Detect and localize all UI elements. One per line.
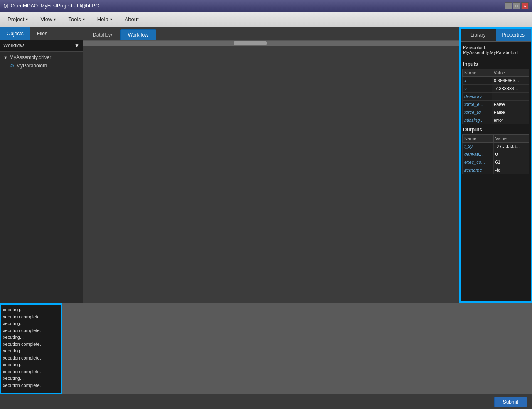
right-tab-library[interactable]: Library xyxy=(461,29,496,41)
maximize-button[interactable]: □ xyxy=(513,2,520,9)
console-line: xecution complete. xyxy=(3,327,59,334)
tree-expand-icon: ▼ xyxy=(3,55,8,60)
tree-item-paraboloid[interactable]: ⚙ MyParaboloid xyxy=(2,62,81,70)
inputs-table: Name Value x6.6666663...y-7.333333...dir… xyxy=(462,69,529,124)
submit-bar: Submit xyxy=(0,394,532,409)
tree-item-label: MyAssembly.driver xyxy=(10,54,51,60)
input-name-cell: missing... xyxy=(463,116,492,124)
output-name-cell: itername xyxy=(463,166,494,174)
output-row[interactable]: derivati...0 xyxy=(463,150,529,158)
menu-tools-label: Tools xyxy=(68,16,81,22)
outputs-col-value: Value xyxy=(493,135,529,143)
left-sidebar: Objects Files Workflow ▼ ▼ MyAssembly.dr… xyxy=(0,27,83,303)
workspace: Objects Files Workflow ▼ ▼ MyAssembly.dr… xyxy=(0,27,532,303)
right-panel-content: Paraboloid: MyAssembly.MyParaboloid Inpu… xyxy=(461,42,531,301)
outputs-table: Name Value f_xy-27.33333...derivati...0e… xyxy=(462,134,529,174)
input-value-cell[interactable] xyxy=(492,93,529,101)
console-line: xecution complete. xyxy=(3,341,59,348)
inputs-col-name: Name xyxy=(463,69,492,77)
menu-tools-arrow: ▾ xyxy=(83,17,85,22)
menu-help-arrow: ▾ xyxy=(110,17,112,22)
sidebar-tabs: Objects Files xyxy=(0,27,83,40)
console-line: xecution complete. xyxy=(3,355,59,362)
input-value-cell[interactable]: False xyxy=(492,101,529,108)
submit-button[interactable]: Submit xyxy=(494,397,527,407)
output-value-cell[interactable]: -fd xyxy=(493,166,529,174)
menu-view-label: View xyxy=(40,16,52,22)
menu-help-label: Help xyxy=(97,16,108,22)
app: M OpenMDAO: MyFirstProject - ht@ht-PC ─ … xyxy=(0,0,532,409)
center-wrapper: Dataflow Workflow xyxy=(83,27,459,303)
menu-tools[interactable]: Tools ▾ xyxy=(62,14,90,25)
canvas-tab-dataflow[interactable]: Dataflow xyxy=(85,29,120,40)
title-text: OpenMDAO: MyFirstProject - ht@ht-PC xyxy=(11,3,505,9)
canvas-scrollbar-h[interactable] xyxy=(83,41,459,46)
outputs-col-name: Name xyxy=(463,135,494,143)
input-row[interactable]: x6.6666663... xyxy=(463,77,529,85)
output-row[interactable]: itername-fd xyxy=(463,166,529,174)
sidebar-header: Workflow ▼ xyxy=(0,40,83,52)
output-value-cell[interactable]: -27.33333... xyxy=(493,143,529,150)
canvas-wrapper[interactable]: MyAssembly xyxy=(83,41,459,303)
menu-view-arrow: ▾ xyxy=(54,17,56,22)
sidebar-content: ▼ MyAssembly.driver ⚙ MyParaboloid xyxy=(0,52,83,303)
input-name-cell: force_fd xyxy=(463,108,492,116)
console-line: xecution complete. xyxy=(3,382,59,389)
input-value-cell[interactable]: error xyxy=(492,116,529,124)
tree-item-label-2: MyParaboloid xyxy=(16,63,47,69)
window-controls: ─ □ ✕ xyxy=(505,2,529,9)
input-row[interactable]: missing...error xyxy=(463,116,529,124)
minimize-button[interactable]: ─ xyxy=(505,2,512,9)
canvas-scrollbar-thumb[interactable] xyxy=(234,41,267,45)
console-line: xecution complete. xyxy=(3,313,59,320)
menu-project-label: Project xyxy=(7,16,24,22)
panel-title: Paraboloid: MyAssembly.MyParaboloid xyxy=(462,43,529,57)
bottom-content: xecuting...xecution complete.xecuting...… xyxy=(0,303,532,394)
close-button[interactable]: ✕ xyxy=(521,2,529,9)
menu-view[interactable]: View ▾ xyxy=(34,14,62,25)
right-tab-properties[interactable]: Properties xyxy=(496,29,531,41)
input-row[interactable]: directory xyxy=(463,93,529,101)
console-line: xecuting... xyxy=(3,306,59,313)
tree-item-assembly-driver[interactable]: ▼ MyAssembly.driver xyxy=(2,53,81,62)
canvas-tabs: Dataflow Workflow xyxy=(83,27,459,41)
console-panel: xecuting...xecution complete.xecuting...… xyxy=(0,303,62,394)
input-row[interactable]: force_e...False xyxy=(463,101,529,108)
output-value-cell[interactable]: 0 xyxy=(493,150,529,158)
canvas-tab-workflow[interactable]: Workflow xyxy=(120,29,156,40)
console-lines: xecuting...xecution complete.xecuting...… xyxy=(3,306,59,389)
input-name-cell: directory xyxy=(463,93,492,101)
menu-project[interactable]: Project ▾ xyxy=(2,14,34,25)
input-name-cell: force_e... xyxy=(463,101,492,108)
input-row[interactable]: force_fdFalse xyxy=(463,108,529,116)
menu-help[interactable]: Help ▾ xyxy=(91,14,118,25)
console-line: xecuting... xyxy=(3,320,59,327)
output-row[interactable]: f_xy-27.33333... xyxy=(463,143,529,150)
output-name-cell: f_xy xyxy=(463,143,494,150)
gear-icon: ⚙ xyxy=(10,63,15,69)
input-value-cell[interactable]: 6.6666663... xyxy=(492,77,529,85)
menubar: Project ▾ View ▾ Tools ▾ Help ▾ About xyxy=(0,12,532,27)
bottom-area: xecuting...xecution complete.xecuting...… xyxy=(0,303,532,409)
menu-about[interactable]: About xyxy=(119,14,145,25)
input-value-cell[interactable]: False xyxy=(492,108,529,116)
console-line: xecuting... xyxy=(3,334,59,341)
outputs-header: Outputs xyxy=(462,124,529,134)
output-value-cell[interactable]: 61 xyxy=(493,158,529,166)
sidebar-header-label: Workflow xyxy=(3,43,24,49)
right-panel: Library Properties Paraboloid: MyAssembl… xyxy=(459,27,532,303)
console-line: xecution complete. xyxy=(3,368,59,375)
sidebar-header-arrow: ▼ xyxy=(74,43,79,49)
input-row[interactable]: y-7.333333... xyxy=(463,85,529,93)
titlebar: M OpenMDAO: MyFirstProject - ht@ht-PC ─ … xyxy=(0,0,532,12)
sidebar-tab-objects[interactable]: Objects xyxy=(0,27,30,40)
output-name-cell: derivati... xyxy=(463,150,494,158)
console-right xyxy=(62,303,532,394)
console-line: xecuting... xyxy=(3,375,59,382)
inputs-header: Inputs xyxy=(462,59,529,69)
input-name-cell: x xyxy=(463,77,492,85)
app-icon: M xyxy=(3,2,8,9)
input-value-cell[interactable]: -7.333333... xyxy=(492,85,529,93)
sidebar-tab-files[interactable]: Files xyxy=(30,27,54,40)
output-row[interactable]: exec_co...61 xyxy=(463,158,529,166)
